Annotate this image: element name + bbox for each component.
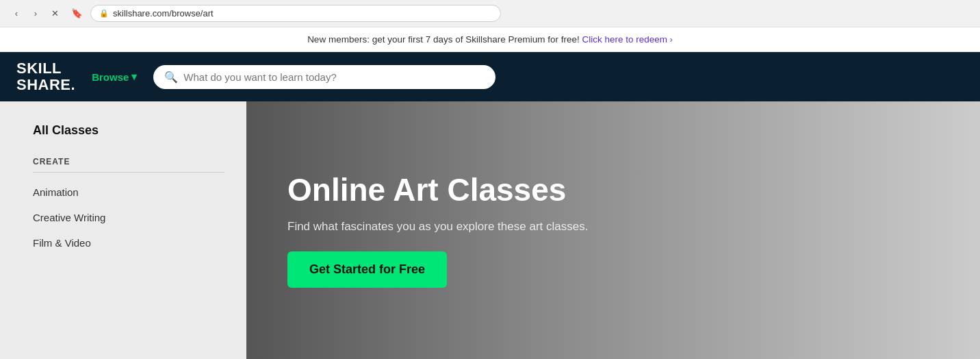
- sidebar-all-classes[interactable]: All Classes: [33, 123, 224, 138]
- address-bar: 🔒 skillshare.com/browse/art: [90, 5, 501, 22]
- url-text[interactable]: skillshare.com/browse/art: [113, 8, 214, 18]
- redeem-link[interactable]: Click here to redeem: [582, 34, 670, 45]
- announcement-bar: New members: get your first 7 days of Sk…: [0, 27, 980, 52]
- hero-section: Online Art Classes Find what fascinates …: [246, 101, 980, 359]
- chevron-down-icon: ▾: [131, 71, 137, 83]
- bookmark-button[interactable]: 🔖: [68, 5, 85, 22]
- hero-title: Online Art Classes: [287, 173, 939, 208]
- browser-chrome: ‹ › ✕ 🔖 🔒 skillshare.com/browse/art: [0, 0, 980, 27]
- sidebar: All Classes CREATE Animation Creative Wr…: [0, 101, 246, 359]
- hero-subtitle: Find what fascinates you as you explore …: [287, 220, 602, 234]
- sidebar-item-creative-writing[interactable]: Creative Writing: [33, 205, 224, 230]
- announcement-text: New members: get your first 7 days of Sk…: [307, 34, 580, 45]
- search-icon: 🔍: [164, 71, 178, 84]
- browse-button[interactable]: Browse ▾: [92, 71, 137, 83]
- page-body: All Classes CREATE Animation Creative Wr…: [0, 101, 980, 359]
- skillshare-logo: SKILL SHaRe.: [16, 60, 75, 93]
- sidebar-section-create: CREATE: [33, 157, 224, 173]
- search-input[interactable]: [183, 71, 485, 83]
- browser-nav-buttons: ‹ › ✕: [8, 5, 63, 22]
- forward-button[interactable]: ›: [27, 5, 44, 22]
- lock-icon: 🔒: [99, 9, 109, 18]
- sidebar-item-animation[interactable]: Animation: [33, 180, 224, 205]
- main-nav: SKILL SHaRe. Browse ▾ 🔍: [0, 52, 980, 101]
- chevron-right-icon: ›: [670, 35, 673, 45]
- close-button[interactable]: ✕: [47, 5, 63, 22]
- search-bar[interactable]: 🔍: [153, 65, 495, 89]
- get-started-button[interactable]: Get Started for Free: [287, 251, 447, 288]
- sidebar-item-film-video[interactable]: Film & Video: [33, 230, 224, 256]
- back-button[interactable]: ‹: [8, 5, 25, 22]
